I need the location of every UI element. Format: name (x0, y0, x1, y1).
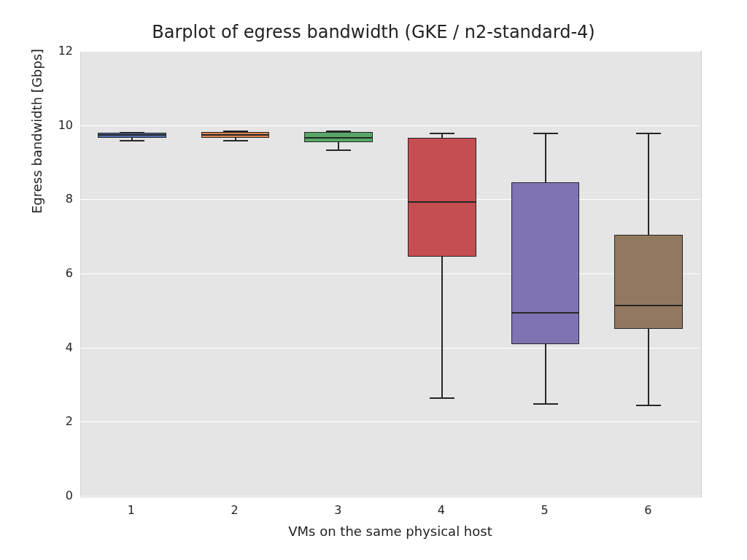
gridline (80, 496, 700, 497)
whisker-cap (223, 140, 248, 141)
whisker-cap (533, 403, 558, 405)
median-line (408, 201, 476, 203)
x-tick-label: 1 (128, 503, 135, 517)
x-axis-label: VMs on the same physical host (80, 524, 700, 539)
whisker-cap (120, 140, 144, 141)
whisker-lower (545, 344, 546, 403)
gridline (80, 51, 700, 52)
whisker-upper (545, 133, 546, 183)
gridline (80, 421, 700, 422)
gridline (80, 199, 700, 200)
y-tick-label: 2 (66, 414, 73, 428)
whisker-cap (326, 131, 351, 132)
whisker-cap (636, 133, 661, 134)
whisker-cap (430, 133, 454, 134)
gridline (80, 348, 700, 349)
whisker-cap (120, 132, 144, 133)
y-tick-label: 8 (66, 192, 73, 206)
chart-title: Barplot of egress bandwidth (GKE / n2-st… (0, 22, 747, 42)
x-tick-label: 4 (438, 503, 445, 517)
median-line (201, 134, 270, 136)
y-tick-label: 12 (58, 44, 73, 58)
whisker-cap (636, 405, 661, 406)
whisker-lower (441, 257, 443, 397)
box (511, 182, 580, 343)
box (408, 138, 476, 257)
gridline (80, 125, 700, 126)
x-tick-label: 5 (541, 503, 549, 517)
whisker-cap (533, 133, 558, 134)
y-tick-label: 4 (66, 341, 73, 354)
gridline (80, 273, 700, 274)
x-tick-label: 2 (231, 503, 239, 517)
whisker-lower (338, 142, 339, 149)
x-tick-label: 6 (644, 503, 651, 517)
y-tick-label: 10 (58, 118, 73, 132)
y-axis-label: Egress bandwidth [Gbps] (29, 0, 44, 354)
plot-axes (80, 51, 702, 497)
y-tick-label: 6 (66, 266, 73, 280)
box (614, 235, 683, 330)
whisker-lower (648, 329, 649, 405)
whisker-cap (223, 131, 248, 132)
figure: Barplot of egress bandwidth (GKE / n2-st… (0, 0, 747, 560)
median-line (511, 312, 580, 314)
whisker-cap (430, 397, 454, 399)
x-tick-label: 3 (334, 503, 341, 517)
median-line (614, 305, 683, 306)
median-line (304, 137, 373, 139)
median-line (98, 134, 166, 136)
y-tick-label: 0 (66, 489, 73, 502)
whisker-cap (326, 149, 351, 151)
whisker-upper (648, 133, 649, 235)
